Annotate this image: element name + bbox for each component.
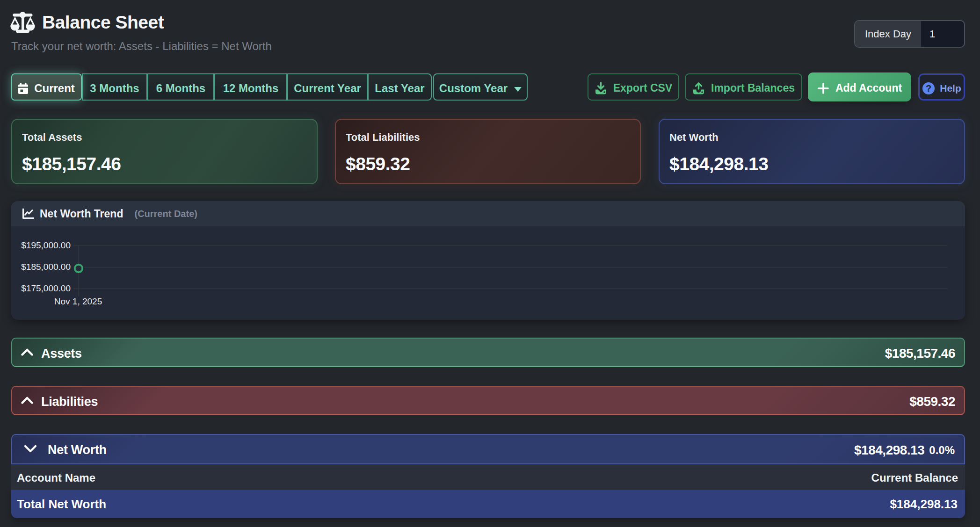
svg-text:?: ? <box>926 83 931 94</box>
